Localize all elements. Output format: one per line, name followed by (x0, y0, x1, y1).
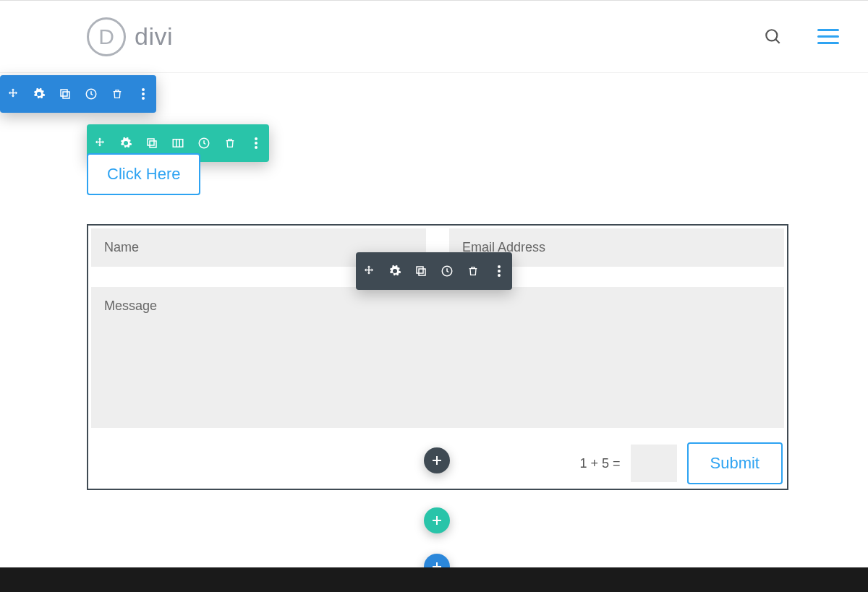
svg-point-16 (255, 146, 258, 149)
menu-icon[interactable] (817, 29, 839, 44)
message-field[interactable] (91, 287, 784, 428)
captcha-label: 1 + 5 = (579, 456, 620, 471)
svg-rect-10 (173, 140, 183, 147)
section-toolbar (0, 75, 156, 113)
move-icon[interactable] (0, 75, 26, 113)
delete-icon[interactable] (217, 124, 243, 162)
svg-rect-8 (150, 141, 156, 147)
svg-point-15 (255, 142, 258, 145)
click-here-button[interactable]: Click Here (87, 153, 200, 195)
svg-point-20 (498, 265, 501, 268)
module-toolbar (356, 252, 512, 290)
svg-point-22 (498, 274, 501, 277)
svg-rect-9 (148, 139, 154, 145)
add-module-button[interactable] (424, 447, 450, 473)
search-icon[interactable] (764, 27, 783, 46)
svg-point-14 (255, 137, 258, 140)
svg-rect-3 (61, 90, 67, 96)
delete-icon[interactable] (460, 252, 486, 290)
svg-point-0 (766, 30, 777, 40)
footer-bar (0, 567, 868, 592)
svg-line-1 (775, 39, 779, 43)
gear-icon[interactable] (26, 75, 52, 113)
delete-icon[interactable] (104, 75, 130, 113)
submit-button[interactable]: Submit (687, 442, 783, 484)
svg-point-21 (498, 270, 501, 273)
more-icon[interactable] (130, 75, 156, 113)
gear-icon[interactable] (382, 252, 408, 290)
svg-point-7 (142, 97, 145, 100)
move-icon[interactable] (356, 252, 382, 290)
add-row-button[interactable] (424, 507, 450, 533)
duplicate-icon[interactable] (52, 75, 78, 113)
save-icon[interactable] (78, 75, 104, 113)
svg-rect-17 (419, 269, 425, 275)
site-header: D divi (0, 1, 868, 73)
svg-rect-18 (417, 267, 423, 273)
site-logo[interactable]: D divi (87, 17, 173, 56)
duplicate-icon[interactable] (408, 252, 434, 290)
more-icon[interactable] (243, 124, 269, 162)
logo-mark: D (87, 17, 126, 56)
svg-point-5 (142, 88, 145, 91)
svg-point-6 (142, 93, 145, 95)
save-icon[interactable] (434, 252, 460, 290)
logo-text: divi (135, 22, 173, 51)
svg-rect-2 (63, 92, 69, 98)
captcha-input[interactable] (631, 445, 677, 482)
more-icon[interactable] (486, 252, 512, 290)
